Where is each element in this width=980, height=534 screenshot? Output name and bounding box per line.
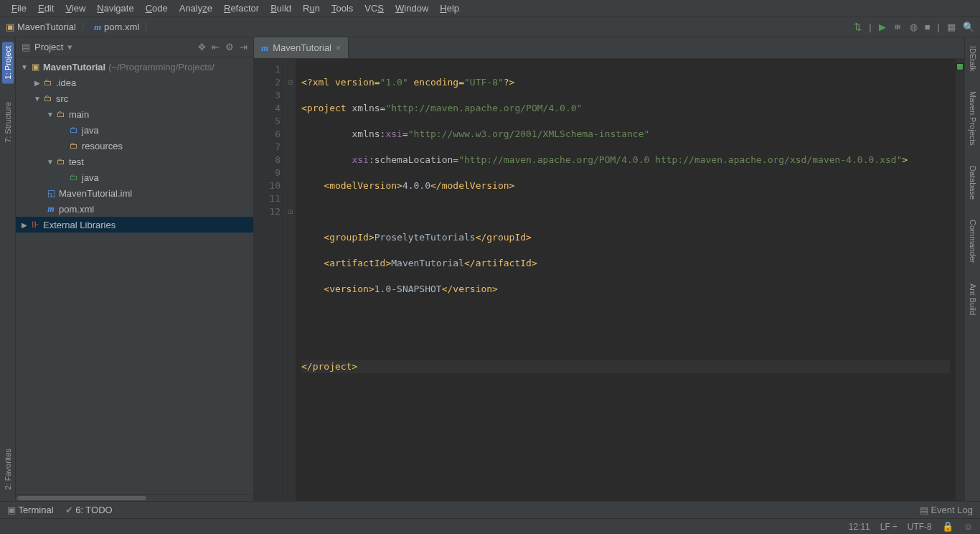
tree-src[interactable]: ▼ 🗀 src	[16, 90, 253, 106]
editor-tab-maventutorial[interactable]: m MavenTutorial ×	[254, 37, 349, 58]
menu-navigate[interactable]: Navigate	[91, 1, 139, 15]
tree-label: java	[82, 125, 99, 136]
status-cursor-position[interactable]: 12:11	[849, 522, 870, 532]
status-encoding[interactable]: UTF-8	[908, 522, 932, 532]
tree-label: java	[82, 172, 99, 183]
tree-label: test	[69, 156, 84, 167]
editor-tabs: m MavenTutorial ×	[254, 37, 964, 59]
folder-icon: ▣	[6, 22, 14, 32]
editor-area: m MavenTutorial × 123 456 789 101112 ⊟ ⊡…	[254, 37, 964, 501]
menu-code[interactable]: Code	[140, 1, 174, 15]
project-panel-title: Project	[34, 42, 63, 52]
bottom-tab-terminal[interactable]: ▣ Terminal	[7, 505, 54, 515]
menu-build[interactable]: Build	[265, 1, 297, 15]
project-view-dropdown[interactable]: ▾	[67, 42, 72, 52]
right-tool-gutter: IDEtalk Maven Projects Database Commande…	[964, 37, 980, 501]
search-icon[interactable]: 🔍	[963, 22, 974, 32]
tree-label: External Libraries	[43, 220, 116, 230]
folder-icon: 🗀	[55, 156, 67, 167]
expand-arrow-icon[interactable]: ▼	[33, 95, 42, 103]
left-tab-favorites[interactable]: 2: Favorites	[2, 444, 14, 494]
menu-vcs[interactable]: VCS	[359, 1, 390, 15]
right-tab-ant[interactable]: Ant Build	[967, 279, 979, 319]
close-icon[interactable]: ×	[336, 43, 341, 53]
tree-idea[interactable]: ▶ 🗀 .idea	[16, 75, 253, 90]
compile-icon[interactable]: ⇅	[854, 22, 862, 32]
menu-refactor[interactable]: Refactor	[218, 1, 265, 15]
resources-folder-icon: 🗀	[67, 141, 80, 151]
line-number-gutter: 123 456 789 101112	[254, 59, 286, 501]
menu-file[interactable]: File	[6, 1, 32, 15]
tree-label: src	[56, 93, 68, 104]
menu-bar: File Edit View Navigate Code Analyze Ref…	[0, 0, 980, 17]
error-stripe[interactable]	[956, 59, 964, 501]
editor-body[interactable]: 123 456 789 101112 ⊟ ⊡ <?xml version="1.…	[254, 59, 964, 501]
tree-root-hint: (~/Programming/Projects/	[108, 62, 215, 72]
project-panel: ▤ Project ▾ ✥ ⇤ ⚙ ⇥ ▼ ▣ MavenTutorial (~…	[16, 37, 254, 501]
tree-main[interactable]: ▼ 🗀 main	[16, 106, 253, 122]
collapsed-arrow-icon[interactable]: ▶	[20, 221, 29, 229]
left-tool-gutter: 1: Project 7: Structure 2: Favorites	[0, 37, 16, 501]
menu-help[interactable]: Help	[434, 1, 465, 15]
expand-arrow-icon[interactable]: ▼	[46, 158, 55, 166]
debug-icon[interactable]: ⛯	[893, 22, 903, 32]
right-tab-commander[interactable]: Commander	[967, 215, 979, 268]
tree-test[interactable]: ▼ 🗀 test	[16, 154, 253, 169]
menu-window[interactable]: Window	[390, 1, 434, 15]
expand-arrow-icon[interactable]: ▼	[20, 63, 29, 71]
collapsed-arrow-icon[interactable]: ▶	[33, 79, 42, 87]
tree-root[interactable]: ▼ ▣ MavenTutorial (~/Programming/Project…	[16, 59, 253, 75]
coverage-icon[interactable]: ◍	[910, 22, 918, 32]
tree-iml[interactable]: ◱ MavenTutorial.iml	[16, 185, 253, 201]
tree-external-libraries[interactable]: ▶ ⊪ External Libraries	[16, 217, 253, 233]
libraries-icon: ⊪	[29, 220, 42, 230]
toolbar-right: ⇅ | ▶ ⛯ ◍ ■ | ▦ 🔍	[854, 22, 974, 32]
project-panel-header: ▤ Project ▾ ✥ ⇤ ⚙ ⇥	[16, 37, 253, 57]
right-tab-maven[interactable]: Maven Projects	[967, 87, 979, 150]
scrollbar-thumb[interactable]	[17, 496, 146, 500]
breadcrumb-project[interactable]: ▣ MavenTutorial	[6, 22, 76, 32]
tree-label: resources	[82, 141, 123, 151]
bottom-tab-todo[interactable]: ✔ 6: TODO	[65, 505, 113, 515]
project-view-icon: ▤	[22, 42, 30, 52]
project-tree[interactable]: ▼ ▣ MavenTutorial (~/Programming/Project…	[16, 57, 253, 494]
hector-icon[interactable]: ☺	[963, 521, 973, 532]
module-icon: ▣	[29, 62, 42, 72]
stop-icon[interactable]: ■	[925, 22, 930, 32]
tree-test-java[interactable]: 🗀 java	[16, 169, 253, 185]
inspection-ok-icon	[956, 63, 963, 70]
bottom-tab-event-log[interactable]: ▤ Event Log	[920, 505, 973, 515]
left-tab-project[interactable]: 1: Project	[2, 42, 14, 83]
run-icon[interactable]: ▶	[879, 22, 886, 32]
project-tree-scrollbar[interactable]	[16, 494, 253, 501]
code-editor[interactable]: <?xml version="1.0" encoding="UTF-8"?> <…	[296, 59, 956, 501]
hide-icon[interactable]: ⇥	[240, 42, 248, 52]
left-tab-structure[interactable]: 7: Structure	[2, 98, 14, 147]
folder-icon: 🗀	[42, 93, 55, 103]
fold-gutter[interactable]: ⊟ ⊡	[286, 59, 296, 501]
tree-pom[interactable]: m pom.xml	[16, 201, 253, 217]
breadcrumb-file[interactable]: m pom.xml	[94, 22, 139, 33]
tree-main-java[interactable]: 🗀 java	[16, 122, 253, 138]
right-tab-database[interactable]: Database	[967, 161, 979, 204]
collapse-icon[interactable]: ⇤	[212, 42, 220, 52]
menu-edit[interactable]: Edit	[32, 1, 60, 15]
source-folder-icon: 🗀	[67, 125, 80, 135]
expand-arrow-icon[interactable]: ▼	[46, 111, 55, 118]
project-structure-icon[interactable]: ▦	[947, 22, 956, 32]
locate-icon[interactable]: ✥	[198, 42, 206, 52]
status-line-separator[interactable]: LF ÷	[880, 522, 897, 532]
test-folder-icon: 🗀	[67, 172, 80, 182]
breadcrumb-separator-end: 〉	[143, 21, 153, 34]
iml-file-icon: ◱	[44, 188, 57, 198]
gear-icon[interactable]: ⚙	[225, 42, 234, 52]
tree-resources[interactable]: 🗀 resources	[16, 138, 253, 154]
divider2: |	[938, 22, 940, 32]
menu-run[interactable]: Run	[297, 1, 326, 15]
menu-tools[interactable]: Tools	[326, 1, 359, 15]
folder-icon: 🗀	[42, 78, 55, 88]
right-tab-idetalk[interactable]: IDEtalk	[967, 42, 979, 75]
lock-icon[interactable]: 🔒	[942, 521, 953, 532]
menu-view[interactable]: View	[60, 1, 91, 15]
menu-analyze[interactable]: Analyze	[174, 1, 218, 15]
